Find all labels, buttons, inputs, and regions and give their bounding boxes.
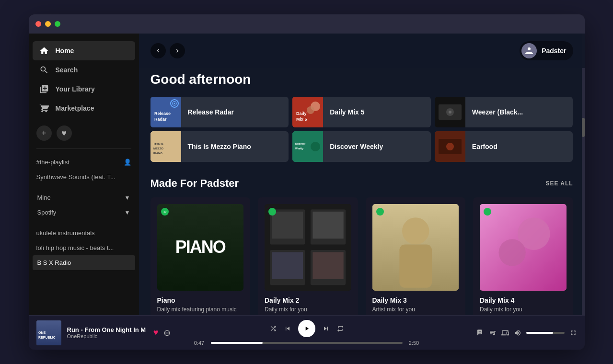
- svg-rect-16: [150, 131, 181, 162]
- volume-fill: [526, 332, 553, 334]
- scrollbar-thumb[interactable]: [582, 118, 585, 137]
- progress-bar[interactable]: [211, 342, 403, 344]
- quick-card-daily-mix-5[interactable]: Daily Mix 5 Daily Mix 5: [292, 97, 431, 127]
- svg-point-15: [449, 111, 451, 114]
- player-left: ONE REPUBLIC Run - From One Night In M O…: [36, 320, 171, 345]
- quick-card-title: This Is Mezzo Piano: [181, 143, 289, 150]
- minimize-dot[interactable]: [45, 21, 51, 27]
- svg-point-26: [446, 143, 454, 150]
- sidebar-item-marketplace[interactable]: Marketplace: [33, 99, 135, 118]
- home-label: Home: [56, 47, 74, 55]
- track-title: Run - From One Night In M: [67, 326, 148, 333]
- playlist-item-lofi[interactable]: lofi hip hop music - beats t...: [29, 240, 139, 255]
- music-card-polaroid[interactable]: Daily Mix 2 Daily mix for you: [258, 197, 358, 315]
- maximize-dot[interactable]: [55, 21, 60, 27]
- fullscreen-button[interactable]: [569, 329, 577, 337]
- back-button[interactable]: [150, 43, 166, 58]
- play-pause-button[interactable]: [298, 320, 315, 337]
- svg-rect-34: [272, 212, 303, 239]
- sidebar-item-home[interactable]: Home: [33, 41, 135, 60]
- user-menu[interactable]: Padster: [520, 41, 573, 60]
- content-area: Padster Good afternoon Release: [139, 34, 585, 315]
- avatar: [521, 43, 537, 58]
- card-subtitle: Daily mix for you: [480, 306, 567, 313]
- sidebar-item-search[interactable]: Search: [33, 60, 135, 80]
- library-icon: [39, 84, 49, 94]
- svg-text:Discover: Discover: [295, 142, 305, 145]
- earfood-img: [435, 131, 465, 162]
- spotify-badge: [376, 208, 384, 216]
- svg-text:Mix 5: Mix 5: [296, 117, 307, 122]
- sidebar-item-library[interactable]: Your Library: [33, 80, 135, 99]
- quick-card-title: Release Radar: [181, 108, 289, 116]
- prev-button[interactable]: [284, 325, 291, 332]
- playlist-item-ukulele[interactable]: ukulele instrumentals: [29, 226, 139, 240]
- svg-text:Radar: Radar: [154, 117, 167, 122]
- quick-card-weezer[interactable]: Weezer (Black...: [435, 97, 573, 127]
- svg-text:MEZZO: MEZZO: [153, 147, 163, 150]
- quick-cards-grid: Release Radar Release Radar: [150, 97, 573, 162]
- release-radar-img: Release Radar: [150, 97, 181, 127]
- blonde-card-img: [372, 204, 459, 291]
- colorful-card-img: [480, 204, 567, 291]
- see-all-button[interactable]: SEE ALL: [546, 180, 573, 187]
- search-icon: [39, 65, 49, 75]
- quick-card-release-radar[interactable]: Release Radar Release Radar: [150, 97, 289, 127]
- polaroid-card-img: [265, 204, 351, 291]
- add-button[interactable]: +: [36, 125, 52, 141]
- shuffle-button[interactable]: [269, 325, 277, 332]
- spotify-badge: [268, 208, 276, 216]
- filter-spotify-label: Spotify: [37, 209, 57, 216]
- devices-button[interactable]: [501, 329, 509, 337]
- svg-text:REPUBLIC: REPUBLIC: [38, 336, 56, 339]
- quick-card-discover-weekly[interactable]: Discover Weekly Discover Weekly: [292, 131, 431, 162]
- music-card-piano[interactable]: PIANO Piano Daily mix featuring piano mu…: [150, 197, 251, 315]
- svg-point-38: [378, 210, 382, 214]
- player-actions: ♥ ⊖: [153, 328, 171, 338]
- made-for-section-header: Made For Padster SEE ALL: [150, 177, 573, 190]
- playlist-label: ukulele instrumentals: [36, 229, 95, 237]
- player-info: Run - From One Night In M OneRepublic: [67, 326, 148, 339]
- sidebar-actions: + ♥: [29, 122, 139, 147]
- playlist-item-synthwave[interactable]: Synthwave Sounds (feat. T...: [29, 170, 139, 184]
- playlist-item-bsx[interactable]: B S X Radio: [33, 255, 135, 270]
- playlist-label: #the-playlist: [36, 159, 69, 166]
- svg-rect-41: [399, 245, 432, 288]
- forward-button[interactable]: [170, 43, 185, 58]
- filter-mine[interactable]: Mine ▼: [33, 190, 135, 205]
- repeat-button[interactable]: [336, 325, 344, 332]
- playlist-item-the-playlist[interactable]: #the-playlist 👤: [29, 155, 139, 170]
- svg-point-23: [311, 142, 320, 151]
- music-card-colorful[interactable]: Daily Mix 4 Daily mix for you: [473, 197, 573, 315]
- card-subtitle: Daily mix for you: [265, 306, 351, 313]
- svg-text:PIANO: PIANO: [153, 152, 162, 155]
- marketplace-label: Marketplace: [56, 104, 94, 112]
- filter-spotify[interactable]: Spotify ▼: [33, 205, 135, 220]
- svg-text:Daily: Daily: [296, 111, 307, 116]
- card-subtitle: Daily mix featuring piano music: [157, 306, 244, 313]
- liked-songs-button[interactable]: ♥: [57, 125, 72, 141]
- volume-bar[interactable]: [526, 332, 565, 334]
- quick-card-earfood[interactable]: Earfood: [435, 131, 573, 162]
- more-playlists: ukulele instrumentals lofi hip hop music…: [29, 222, 139, 274]
- marketplace-icon: [39, 103, 49, 113]
- lyrics-button[interactable]: [476, 329, 484, 337]
- card-title: Daily Mix 4: [480, 296, 567, 304]
- cards-row: PIANO Piano Daily mix featuring piano mu…: [150, 197, 573, 315]
- like-button[interactable]: ♥: [153, 328, 159, 338]
- music-card-blonde[interactable]: Daily Mix 3 Artist mix for you: [366, 197, 466, 315]
- svg-point-6: [173, 103, 175, 104]
- svg-rect-37: [312, 252, 343, 279]
- svg-point-42: [486, 210, 489, 214]
- home-icon: [39, 46, 49, 56]
- player-right: [443, 329, 577, 337]
- close-dot[interactable]: [35, 21, 41, 27]
- volume-button[interactable]: [514, 329, 521, 337]
- more-button[interactable]: ⊖: [163, 328, 171, 338]
- queue-button[interactable]: [489, 329, 497, 337]
- quick-card-mezzo-piano[interactable]: THIS IS MEZZO PIANO This Is Mezzo Piano: [150, 131, 289, 162]
- progress-row: 0:47 2:50: [192, 340, 422, 346]
- titlebar: [29, 14, 585, 34]
- scrollbar-track: [582, 34, 585, 315]
- next-button[interactable]: [322, 325, 330, 332]
